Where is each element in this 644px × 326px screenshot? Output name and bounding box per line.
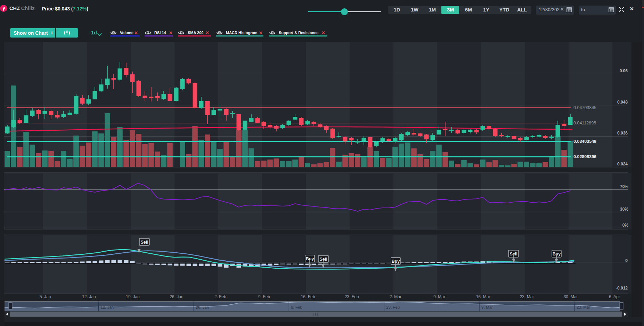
svg-text:0.024: 0.024 xyxy=(617,162,628,166)
svg-text:0.04112895: 0.04112895 xyxy=(573,121,596,125)
svg-text:16. Mar: 16. Mar xyxy=(476,294,490,299)
svg-text:-0.012: -0.012 xyxy=(616,286,628,291)
svg-text:6. Apr: 6. Apr xyxy=(609,294,620,299)
svg-text:0.04703845: 0.04703845 xyxy=(573,105,596,110)
svg-text:23. Feb: 23. Feb xyxy=(345,294,359,299)
svg-text:Buy: Buy xyxy=(392,259,400,264)
svg-text:0: 0 xyxy=(625,258,628,263)
svg-text:19. Jan: 19. Jan xyxy=(126,294,139,299)
svg-text:23. Mar: 23. Mar xyxy=(520,294,534,299)
svg-text:70%: 70% xyxy=(620,184,628,189)
svg-text:2. Feb: 2. Feb xyxy=(214,294,226,299)
svg-text:9. Mar: 9. Mar xyxy=(481,305,493,309)
svg-text:12. Jan: 12. Jan xyxy=(101,305,114,309)
svg-text:16. Feb: 16. Feb xyxy=(301,294,315,299)
svg-text:0.03403549: 0.03403549 xyxy=(573,139,596,144)
svg-text:23. Feb: 23. Feb xyxy=(386,305,400,309)
svg-text:26. Jan: 26. Jan xyxy=(170,294,183,299)
svg-text:12. Jan: 12. Jan xyxy=(82,294,96,299)
svg-text:30. Mar: 30. Mar xyxy=(564,294,578,299)
svg-text:26. Jan: 26. Jan xyxy=(196,305,209,309)
svg-text:9. Feb: 9. Feb xyxy=(291,305,302,309)
svg-text:5. Jan: 5. Jan xyxy=(40,294,51,299)
svg-text:9. Mar: 9. Mar xyxy=(433,294,445,299)
svg-text:9. Feb: 9. Feb xyxy=(258,294,270,299)
svg-text:0.036: 0.036 xyxy=(617,131,628,136)
svg-text:0.06: 0.06 xyxy=(620,68,628,73)
svg-text:0%: 0% xyxy=(622,223,629,228)
svg-text:23. Mar: 23. Mar xyxy=(577,305,590,309)
svg-text:Sell: Sell xyxy=(140,240,148,245)
svg-text:30%: 30% xyxy=(620,207,628,212)
svg-text:0.02808396: 0.02808396 xyxy=(573,154,596,159)
svg-text:0.048: 0.048 xyxy=(617,100,628,105)
svg-text:2. Mar: 2. Mar xyxy=(390,294,401,299)
